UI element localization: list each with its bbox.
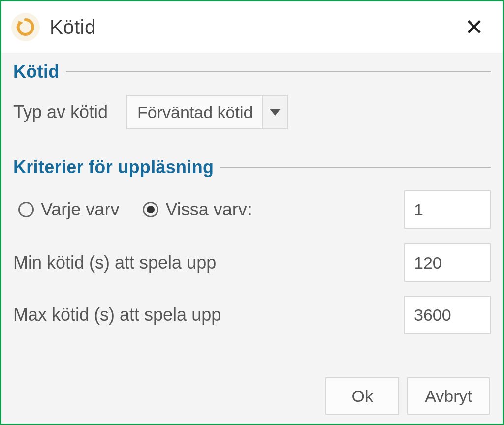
radio-every-turn-label: Varje varv	[41, 199, 119, 220]
max-queue-time-input[interactable]: 3600	[404, 296, 491, 334]
min-queue-time-row: Min kötid (s) att spela upp 120	[13, 243, 491, 282]
section-rule	[66, 71, 491, 72]
cancel-button[interactable]: Avbryt	[407, 377, 490, 415]
radio-every-turn[interactable]: Varje varv	[18, 199, 119, 220]
max-queue-time-row: Max kötid (s) att spela upp 3600	[13, 296, 491, 334]
radio-icon	[18, 202, 34, 217]
combo-dropdown-button[interactable]	[262, 96, 287, 128]
section-header: Kriterier för uppläsning	[13, 157, 491, 178]
max-queue-time-value: 3600	[414, 305, 451, 325]
dialog-body: Kötid Typ av kötid Förväntad kötid Krite	[1, 53, 503, 424]
section-queue-time: Kötid Typ av kötid Förväntad kötid	[13, 61, 491, 142]
queue-time-type-combo[interactable]: Förväntad kötid	[126, 95, 288, 129]
radio-some-turns-label: Vissa varv:	[165, 199, 252, 220]
interval-radio-row: Varje varv Vissa varv: 1	[13, 190, 491, 229]
min-queue-time-value: 120	[414, 253, 442, 273]
cancel-button-label: Avbryt	[425, 387, 472, 406]
radio-some-turns[interactable]: Vissa varv:	[143, 199, 252, 220]
ok-button[interactable]: Ok	[325, 377, 399, 415]
section-title-queue-time: Kötid	[13, 61, 59, 82]
section-rule	[220, 167, 491, 168]
min-queue-time-label: Min kötid (s) att spela upp	[13, 252, 404, 273]
queue-time-type-label: Typ av kötid	[13, 102, 108, 122]
some-turns-value: 1	[414, 200, 423, 219]
dialog-footer: Ok Avbryt	[13, 372, 491, 415]
some-turns-input[interactable]: 1	[404, 190, 491, 229]
dialog-title: Kötid	[50, 16, 460, 38]
titlebar: Kötid ✕	[1, 1, 503, 53]
close-button[interactable]: ✕	[460, 13, 489, 41]
section-header: Kötid	[13, 61, 491, 82]
queue-time-dialog: Kötid ✕ Kötid Typ av kötid Förväntad köt…	[0, 0, 504, 425]
radio-dot-icon	[147, 206, 155, 213]
max-queue-time-label: Max kötid (s) att spela upp	[13, 304, 404, 325]
close-icon: ✕	[465, 14, 484, 40]
section-criteria: Kriterier för uppläsning Varje varv Viss…	[13, 157, 491, 348]
queue-time-type-row: Typ av kötid Förväntad kötid	[13, 95, 491, 129]
queue-time-type-value: Förväntad kötid	[127, 96, 262, 128]
chevron-down-icon	[270, 109, 281, 116]
radio-icon	[143, 202, 158, 217]
svg-marker-1	[270, 109, 281, 116]
min-queue-time-input[interactable]: 120	[404, 243, 491, 282]
section-title-criteria: Kriterier för uppläsning	[13, 157, 214, 178]
app-icon	[11, 13, 40, 41]
ok-button-label: Ok	[352, 387, 373, 406]
